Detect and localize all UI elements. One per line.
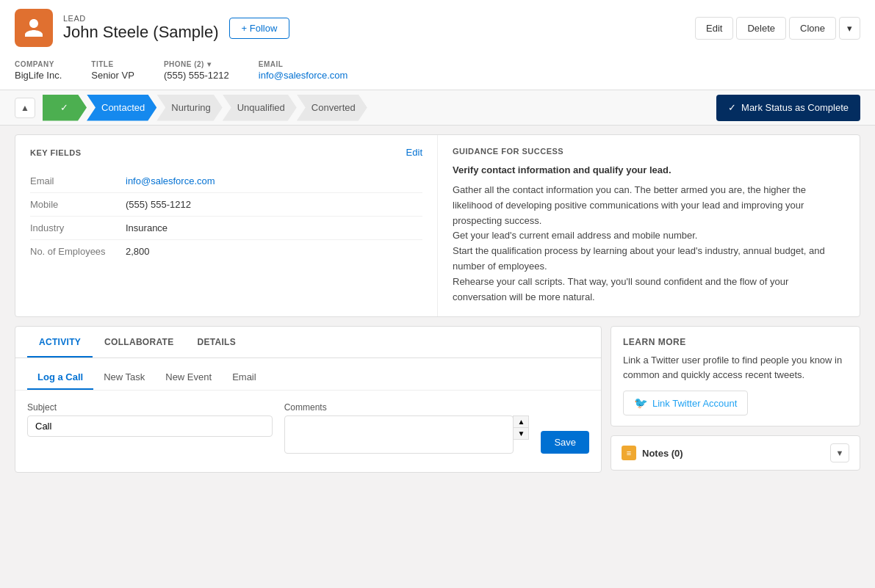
twitter-icon: 🐦: [634, 396, 648, 410]
key-fields-rows: Email info@salesforce.com Mobile (555) 5…: [30, 170, 422, 263]
guidance-paragraph: Start the qualification process by learn…: [453, 245, 825, 272]
guidance-section: GUIDANCE FOR SUCCESS Verify contact info…: [438, 135, 860, 316]
subject-input[interactable]: [27, 415, 273, 437]
guidance-text: Gather all the contact information you c…: [453, 183, 845, 305]
stage-nurturing[interactable]: Nurturing: [156, 95, 222, 121]
link-twitter-button[interactable]: 🐦 Link Twitter Account: [623, 391, 748, 415]
comments-input[interactable]: [284, 415, 514, 454]
field-row-value: (555) 555-1212: [126, 199, 191, 210]
notes-header: ≡ Notes (0) ▼: [611, 436, 860, 470]
phone-dropdown-icon[interactable]: ▾: [207, 60, 212, 68]
comments-scroll-up[interactable]: ▲: [514, 416, 528, 428]
field-row-label: Email: [30, 175, 126, 186]
field-row: No. of Employees 2,800: [30, 240, 422, 263]
header-left: LEAD John Steele (Sample) + Follow: [15, 9, 289, 47]
comments-group: Comments ▲ ▼: [284, 402, 530, 454]
subtab-email[interactable]: Email: [222, 366, 267, 390]
title-field: TITLE Senior VP: [91, 60, 134, 81]
email-label: EMAIL: [259, 60, 348, 68]
form-row: Subject Comments ▲ ▼ Save: [27, 402, 589, 454]
two-col-layout: KEY FIELDS Edit Email info@salesforce.co…: [15, 135, 860, 316]
field-row: Industry Insurance: [30, 217, 422, 240]
mark-status-complete-button[interactable]: ✓ Mark Status as Complete: [716, 95, 860, 121]
link-twitter-label: Link Twitter Account: [652, 398, 737, 409]
tab-collaborate[interactable]: COLLABORATE: [93, 327, 185, 357]
key-fields-edit-link[interactable]: Edit: [406, 147, 422, 158]
delete-button[interactable]: Delete: [736, 17, 786, 40]
stage-completed[interactable]: ✓: [43, 95, 87, 121]
stage-bar: ▲ ✓ Contacted Nurturing Unqualified Conv…: [0, 90, 875, 126]
stage-unqualified[interactable]: Unqualified: [223, 95, 297, 121]
header: LEAD John Steele (Sample) + Follow Edit …: [0, 0, 875, 90]
header-actions: Edit Delete Clone ▾: [695, 17, 860, 40]
key-fields-header: KEY FIELDS Edit: [30, 147, 422, 158]
notes-title: ≡ Notes (0): [622, 446, 683, 460]
phone-label: PHONE (2) ▾: [164, 60, 229, 68]
right-panel: Learn More Link a Twitter user profile t…: [611, 326, 860, 473]
key-fields-section: KEY FIELDS Edit Email info@salesforce.co…: [15, 135, 438, 316]
clone-button[interactable]: Clone: [789, 17, 836, 40]
guidance-paragraph: Rehearse your call scripts. That way, yo…: [453, 276, 788, 302]
header-fields: COMPANY BigLife Inc. TITLE Senior VP PHO…: [15, 54, 860, 90]
field-row-value: Insurance: [126, 222, 168, 233]
notes-title-text: Notes (0): [642, 448, 683, 459]
company-field: COMPANY BigLife Inc.: [15, 60, 62, 81]
field-row-value[interactable]: info@salesforce.com: [126, 175, 215, 186]
field-row-label: No. of Employees: [30, 246, 126, 257]
stage-converted[interactable]: Converted: [297, 95, 367, 121]
save-button[interactable]: Save: [541, 431, 589, 454]
field-row-label: Mobile: [30, 199, 126, 210]
company-value: BigLife Inc.: [15, 70, 62, 81]
notes-icon: ≡: [622, 446, 636, 460]
activity-panel: ACTIVITY COLLABORATE DETAILS Log a Call …: [15, 326, 602, 473]
guidance-title: GUIDANCE FOR SUCCESS: [453, 147, 845, 156]
lead-icon: [15, 9, 53, 47]
title-value: Senior VP: [91, 70, 134, 81]
stages: ✓ Contacted Nurturing Unqualified Conver…: [43, 95, 709, 121]
learn-more-card: Learn More Link a Twitter user profile t…: [611, 326, 860, 427]
notes-chevron-button[interactable]: ▼: [830, 443, 849, 462]
follow-button[interactable]: + Follow: [229, 18, 290, 39]
field-row-label: Industry: [30, 222, 126, 233]
tab-activity[interactable]: ACTIVITY: [27, 327, 93, 357]
learn-more-text: Link a Twitter user profile to find peop…: [623, 353, 848, 382]
lead-info: LEAD John Steele (Sample): [63, 14, 219, 42]
field-row: Mobile (555) 555-1212: [30, 193, 422, 217]
subtab-new-task[interactable]: New Task: [93, 366, 155, 390]
guidance-heading: Verify contact information and qualify y…: [453, 164, 845, 175]
person-icon: [23, 17, 45, 39]
subtab-new-event[interactable]: New Event: [155, 366, 222, 390]
log-call-form: Subject Comments ▲ ▼ Save: [15, 391, 601, 465]
bottom-area: ACTIVITY COLLABORATE DETAILS Log a Call …: [0, 326, 875, 482]
notes-card: ≡ Notes (0) ▼: [611, 435, 860, 471]
main-tabs: ACTIVITY COLLABORATE DETAILS: [15, 327, 601, 358]
subtab-log-call[interactable]: Log a Call: [27, 366, 93, 390]
field-row: Email info@salesforce.com: [30, 170, 422, 193]
comments-scroll-down[interactable]: ▼: [514, 428, 528, 439]
field-row-value: 2,800: [126, 246, 150, 257]
main-card: KEY FIELDS Edit Email info@salesforce.co…: [15, 134, 860, 317]
email-value[interactable]: info@salesforce.com: [259, 70, 348, 81]
stage-contacted[interactable]: Contacted: [87, 95, 156, 121]
header-top: LEAD John Steele (Sample) + Follow Edit …: [15, 9, 860, 54]
subject-group: Subject: [27, 402, 273, 454]
learn-more-title: Learn More: [623, 337, 848, 347]
key-fields-title: KEY FIELDS: [30, 148, 82, 157]
activity-sub-tabs: Log a Call New Task New Event Email: [15, 358, 601, 391]
lead-name: John Steele (Sample): [63, 23, 219, 42]
guidance-paragraph: Get your lead's current email address an…: [453, 230, 697, 241]
phone-value: (555) 555-1212: [164, 70, 229, 81]
stage-collapse-button[interactable]: ▲: [15, 98, 35, 118]
guidance-paragraph: Gather all the contact information you c…: [453, 184, 806, 226]
edit-button[interactable]: Edit: [695, 17, 733, 40]
more-actions-button[interactable]: ▾: [839, 17, 860, 40]
company-label: COMPANY: [15, 60, 62, 68]
subject-label: Subject: [27, 402, 273, 413]
tab-details[interactable]: DETAILS: [185, 327, 248, 357]
phone-field: PHONE (2) ▾ (555) 555-1212: [164, 60, 229, 81]
title-label: TITLE: [91, 60, 134, 68]
comments-label: Comments: [284, 402, 530, 413]
lead-label: LEAD: [63, 14, 219, 23]
email-field: EMAIL info@salesforce.com: [259, 60, 348, 81]
